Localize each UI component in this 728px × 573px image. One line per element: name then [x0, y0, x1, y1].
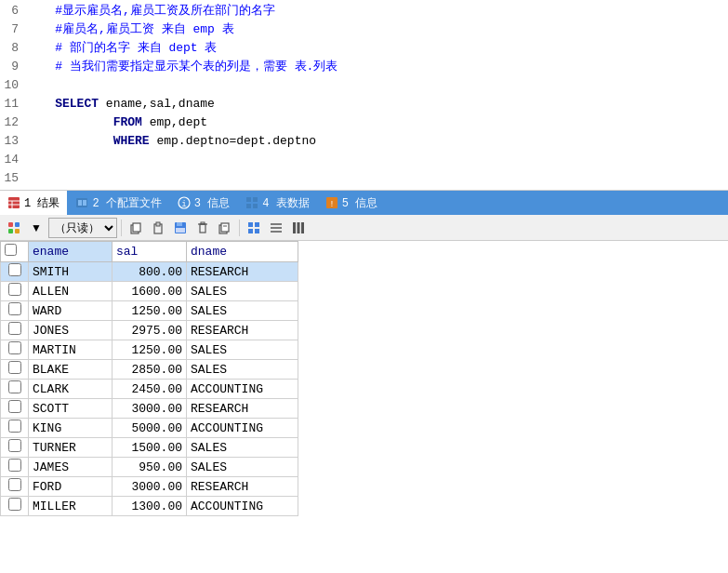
line-number: 6	[0, 2, 26, 20]
grid-view-button[interactable]	[244, 218, 264, 238]
separator1	[121, 220, 122, 236]
row-checkbox-cell	[1, 458, 29, 477]
table-row: MARTIN1250.00SALES	[1, 340, 298, 360]
readonly-select[interactable]: （只读）	[48, 218, 117, 238]
code-line: 13 WHERE emp.deptno=dept.deptno	[0, 132, 728, 151]
cell-sal: 1500.00	[113, 438, 187, 458]
table-row: SMITH800.00RESEARCH	[1, 262, 298, 282]
tab-label: 5 信息	[342, 195, 377, 211]
cell-ename: SCOTT	[29, 399, 113, 419]
row-checkbox[interactable]	[8, 341, 21, 354]
row-checkbox[interactable]	[8, 380, 21, 393]
cell-dname: RESEARCH	[187, 262, 298, 282]
row-checkbox[interactable]	[8, 322, 21, 335]
line-number: 14	[0, 151, 26, 169]
svg-rect-40	[298, 222, 300, 233]
column-header-check[interactable]	[1, 242, 29, 262]
row-checkbox[interactable]	[8, 361, 21, 374]
cell-dname: SALES	[187, 458, 298, 477]
table-row: ALLEN1600.00SALES	[1, 282, 298, 301]
cell-dname: SALES	[187, 301, 298, 321]
cell-dname: RESEARCH	[187, 477, 298, 497]
row-checkbox[interactable]	[8, 302, 21, 315]
cell-sal: 2850.00	[113, 360, 187, 380]
svg-text:!: !	[329, 200, 334, 209]
separator2	[239, 220, 240, 236]
row-checkbox[interactable]	[8, 400, 21, 413]
table-row: BLAKE2850.00SALES	[1, 360, 298, 380]
cell-sal: 800.00	[113, 262, 187, 282]
row-checkbox-cell	[1, 340, 29, 360]
svg-rect-5	[78, 200, 82, 206]
line-content: FROM emp,dept	[26, 113, 728, 132]
column-header-dname[interactable]: dname	[187, 242, 298, 262]
tab-label: 1 结果	[24, 195, 60, 211]
svg-rect-32	[248, 222, 253, 227]
save-button[interactable]	[170, 218, 191, 238]
line-content: #显示雇员名,雇员工资及所在部门的名字	[26, 2, 728, 20]
table-row: TURNER1500.00SALES	[1, 438, 298, 458]
tab-info1[interactable]: i3 信息	[170, 191, 237, 215]
line-number: 13	[0, 132, 26, 151]
cell-sal: 3000.00	[113, 477, 187, 497]
cell-sal: 1300.00	[113, 497, 187, 516]
svg-rect-17	[8, 229, 13, 233]
row-checkbox[interactable]	[8, 420, 21, 433]
row-checkbox[interactable]	[8, 263, 21, 276]
export-button[interactable]	[215, 218, 235, 238]
table-row: WARD1250.00SALES	[1, 301, 298, 321]
svg-rect-20	[133, 223, 140, 232]
row-checkbox[interactable]	[8, 283, 21, 296]
tab-tabledata[interactable]: 4 表数据	[238, 191, 316, 215]
table-header-row: enamesaldname	[1, 242, 298, 262]
column-header-sal[interactable]: sal	[113, 242, 187, 262]
list-view-button[interactable]	[266, 218, 286, 238]
line-content: SELECT ename,sal,dname	[26, 95, 728, 113]
copy-button[interactable]	[126, 218, 146, 238]
table-row: KING5000.00ACCOUNTING	[1, 419, 298, 438]
refresh-button[interactable]	[4, 218, 24, 238]
row-checkbox[interactable]	[8, 459, 21, 472]
row-checkbox-cell	[1, 282, 29, 301]
tab-config[interactable]: 2 个配置文件	[68, 191, 168, 215]
svg-rect-18	[15, 229, 20, 233]
paste-button[interactable]	[148, 218, 168, 238]
column-header-ename[interactable]: ename	[29, 242, 113, 262]
svg-rect-15	[8, 222, 13, 227]
row-checkbox[interactable]	[8, 498, 21, 511]
line-number: 7	[0, 20, 26, 39]
tab-label: 3 信息	[194, 195, 230, 211]
cell-ename: KING	[29, 419, 113, 438]
table-row: SCOTT3000.00RESEARCH	[1, 399, 298, 419]
code-line: 11 SELECT ename,sal,dname	[0, 95, 728, 113]
svg-rect-34	[248, 229, 253, 233]
svg-rect-41	[301, 222, 304, 233]
cell-sal: 1600.00	[113, 282, 187, 301]
cell-dname: SALES	[187, 438, 298, 458]
dropdown-button[interactable]: ▼	[26, 218, 46, 238]
svg-text:i: i	[181, 200, 186, 209]
delete-button[interactable]	[192, 218, 213, 238]
row-checkbox-cell	[1, 419, 29, 438]
row-checkbox[interactable]	[8, 478, 21, 491]
select-all-checkbox[interactable]	[5, 244, 17, 256]
column-view-button[interactable]	[288, 218, 309, 238]
config-icon	[75, 196, 88, 209]
tab-label: 2 个配置文件	[92, 195, 161, 211]
code-line: 10	[0, 76, 728, 95]
tab-info2[interactable]: !5 信息	[318, 191, 385, 215]
row-checkbox-cell	[1, 360, 29, 380]
row-checkbox[interactable]	[8, 439, 21, 452]
cell-sal: 1250.00	[113, 340, 187, 360]
grid-icon	[245, 196, 258, 209]
cell-ename: TURNER	[29, 438, 113, 458]
tab-result[interactable]: 1 结果	[0, 191, 67, 215]
tab-bar: 1 结果2 个配置文件i3 信息4 表数据!5 信息	[0, 191, 728, 215]
info2-icon: !	[325, 196, 338, 209]
cell-ename: FORD	[29, 477, 113, 497]
table-row: FORD3000.00RESEARCH	[1, 477, 298, 497]
line-number: 8	[0, 39, 26, 58]
svg-rect-6	[83, 200, 86, 206]
cell-ename: MILLER	[29, 497, 113, 516]
cell-dname: SALES	[187, 340, 298, 360]
